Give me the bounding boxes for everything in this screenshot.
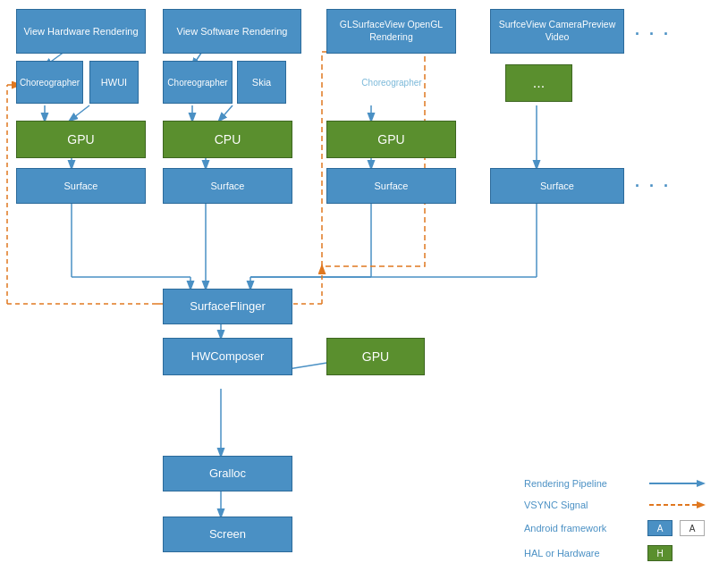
col3-header: GLSurfaceView OpenGL Rendering <box>326 9 456 54</box>
legend-vsync-label: VSYNC Signal <box>524 500 640 510</box>
dots-top-right: · · · <box>635 25 671 44</box>
col4-header: SurfceView CameraPreview Video <box>490 9 624 54</box>
legend-android-box-white: A <box>680 520 705 536</box>
surfaceflinger-box: SurfaceFlinger <box>163 289 292 324</box>
col2-surface: Surface <box>163 168 292 204</box>
legend-android-box-blue: A <box>647 520 672 536</box>
col1-surface: Surface <box>16 168 146 204</box>
screen-box: Screen <box>163 517 292 552</box>
col2-choreographer: Choreographer <box>163 61 233 104</box>
diagram-container: View Hardware Rendering Choreographer HW… <box>0 0 719 588</box>
col1-hwui: HWUI <box>89 61 139 104</box>
col1-gpu: GPU <box>16 121 146 158</box>
col3-surface: Surface <box>326 168 456 204</box>
svg-marker-32 <box>697 480 706 487</box>
legend-rendering-pipeline: Rendering Pipeline <box>524 477 706 490</box>
legend-android-framework: Android framework A A <box>524 520 706 536</box>
col4-dots-box: ... <box>505 64 572 102</box>
legend-rendering-label: Rendering Pipeline <box>524 478 640 489</box>
dots-surface-right: · · · <box>635 177 671 196</box>
legend-hal-label: HAL or Hardware <box>524 548 640 559</box>
bottom-gpu-box: GPU <box>326 338 425 375</box>
svg-marker-34 <box>697 501 706 508</box>
legend-vsync: VSYNC Signal <box>524 499 706 511</box>
legend-hal-box-green: H <box>647 545 672 561</box>
legend-android-label: Android framework <box>524 523 640 533</box>
col1-choreographer: Choreographer <box>16 61 83 104</box>
col2-skia: Skia <box>237 61 286 104</box>
legend-hal: HAL or Hardware H <box>524 545 706 561</box>
hwcomposer-box: HWComposer <box>163 338 292 375</box>
gralloc-box: Gralloc <box>163 456 292 491</box>
svg-line-9 <box>219 105 233 121</box>
col4-surface: Surface <box>490 168 624 204</box>
svg-line-2 <box>70 105 89 121</box>
col2-header: View Software Rendering <box>163 9 301 54</box>
legend-blue-arrow <box>647 477 706 490</box>
col3-choreographer: Choreographer <box>329 61 454 104</box>
col2-cpu: CPU <box>163 121 292 158</box>
legend: Rendering Pipeline VSYNC Signal Android … <box>524 477 706 561</box>
col3-gpu: GPU <box>326 121 456 158</box>
legend-orange-arrow <box>647 499 706 511</box>
col1-header: View Hardware Rendering <box>16 9 146 54</box>
